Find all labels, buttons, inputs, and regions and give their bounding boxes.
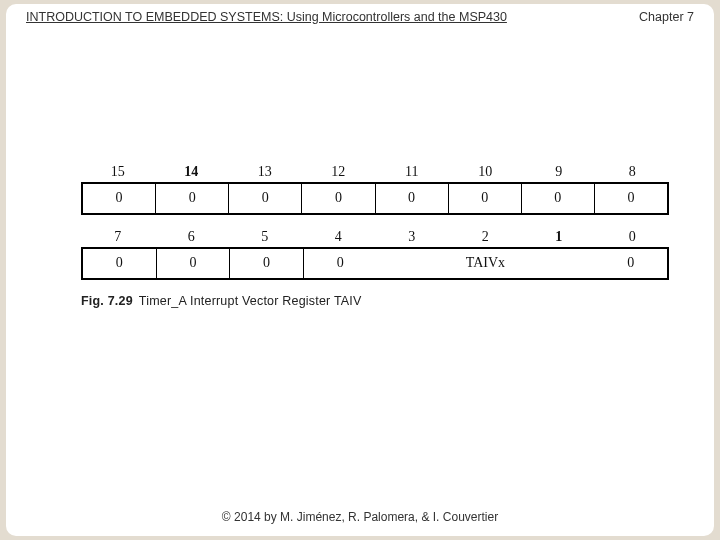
bit-label: 4 bbox=[302, 229, 376, 245]
bit-value: 0 bbox=[594, 249, 667, 278]
bit-label: 8 bbox=[596, 164, 670, 180]
bit-value: 0 bbox=[156, 249, 230, 278]
slide-header: INTRODUCTION TO EMBEDDED SYSTEMS: Using … bbox=[26, 10, 694, 24]
bit-value: 0 bbox=[521, 184, 594, 213]
copyright-text: © 2014 by M. Jiménez, R. Palomera, & I. … bbox=[222, 510, 498, 524]
bit-label: 14 bbox=[155, 164, 229, 180]
bit-label: 2 bbox=[449, 229, 523, 245]
bit-value: 0 bbox=[594, 184, 667, 213]
bit-label: 15 bbox=[81, 164, 155, 180]
register-figure: 15 14 13 12 11 10 9 8 0 0 0 0 0 0 0 0 7 … bbox=[81, 164, 669, 308]
bit-label: 0 bbox=[596, 229, 670, 245]
bit-value: 0 bbox=[155, 184, 228, 213]
bit-label: 6 bbox=[155, 229, 229, 245]
taivx-field: TAIVx bbox=[377, 249, 595, 278]
lower-bit-values: 0 0 0 0 TAIVx 0 bbox=[81, 247, 669, 280]
bit-label: 7 bbox=[81, 229, 155, 245]
slide-footer: © 2014 by M. Jiménez, R. Palomera, & I. … bbox=[6, 510, 714, 524]
upper-bit-values: 0 0 0 0 0 0 0 0 bbox=[81, 182, 669, 215]
slide-page: INTRODUCTION TO EMBEDDED SYSTEMS: Using … bbox=[6, 4, 714, 536]
upper-bit-labels: 15 14 13 12 11 10 9 8 bbox=[81, 164, 669, 180]
bit-label: 10 bbox=[449, 164, 523, 180]
bit-label: 1 bbox=[522, 229, 596, 245]
figure-caption-text: Timer_A Interrupt Vector Register TAIV bbox=[139, 294, 362, 308]
bit-label: 13 bbox=[228, 164, 302, 180]
bit-value: 0 bbox=[301, 184, 374, 213]
bit-value: 0 bbox=[229, 249, 303, 278]
lower-bit-labels: 7 6 5 4 3 2 1 0 bbox=[81, 229, 669, 245]
bit-value: 0 bbox=[448, 184, 521, 213]
bit-value: 0 bbox=[83, 249, 156, 278]
bit-value: 0 bbox=[83, 184, 155, 213]
book-title: INTRODUCTION TO EMBEDDED SYSTEMS: Using … bbox=[26, 10, 507, 24]
bit-label: 11 bbox=[375, 164, 449, 180]
chapter-label: Chapter 7 bbox=[639, 10, 694, 24]
figure-number: Fig. 7.29 bbox=[81, 294, 133, 308]
bit-value: 0 bbox=[228, 184, 301, 213]
figure-caption: Fig. 7.29Timer_A Interrupt Vector Regist… bbox=[81, 294, 669, 308]
row-gap bbox=[81, 215, 669, 229]
bit-label: 3 bbox=[375, 229, 449, 245]
bit-value: 0 bbox=[303, 249, 377, 278]
bit-label: 5 bbox=[228, 229, 302, 245]
bit-value: 0 bbox=[375, 184, 448, 213]
bit-label: 9 bbox=[522, 164, 596, 180]
bit-label: 12 bbox=[302, 164, 376, 180]
